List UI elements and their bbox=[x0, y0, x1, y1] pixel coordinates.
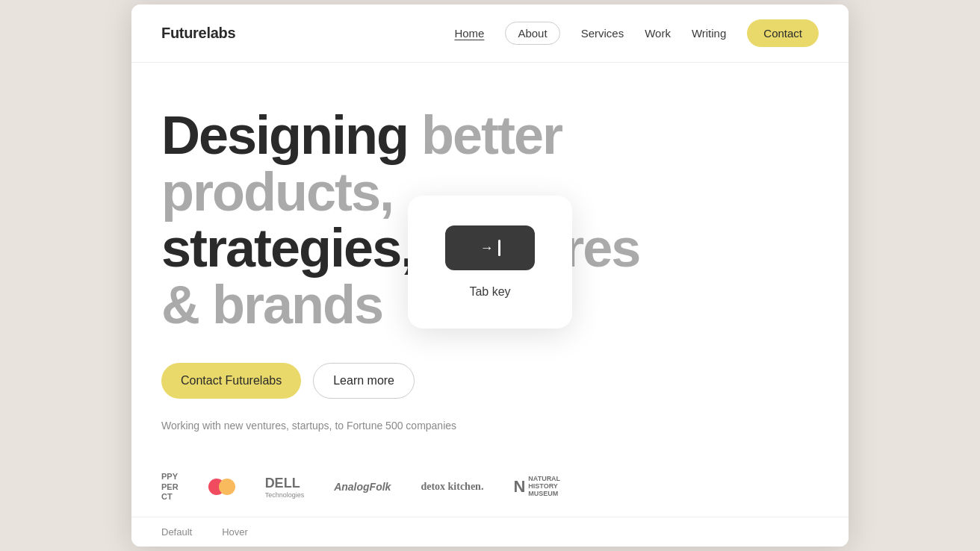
logo-nhm: N NATURALHISTORYMUSEUM bbox=[513, 476, 560, 498]
nav-work[interactable]: Work bbox=[645, 27, 671, 40]
headline-highlight1: better bbox=[421, 105, 562, 165]
headline-text1: Designing bbox=[161, 105, 421, 165]
hero-section: Designing better products, strategies, v… bbox=[131, 63, 849, 461]
nav-links: Home About Services Work Writing Contact bbox=[454, 19, 819, 47]
contact-futurelabs-button[interactable]: Contact Futurelabs bbox=[161, 363, 301, 399]
tab-key-popup: → Tab key bbox=[408, 196, 572, 329]
navbar: Futurelabs Home About Services Work Writ… bbox=[131, 4, 849, 63]
nav-home[interactable]: Home bbox=[454, 27, 484, 40]
headline-text2: products, bbox=[161, 162, 393, 222]
tab-default[interactable]: Default bbox=[161, 517, 192, 547]
tab-arrow-icon: → bbox=[480, 240, 494, 256]
tab-key-label: Tab key bbox=[469, 285, 510, 299]
headline-text3: strategies, bbox=[161, 218, 414, 278]
logo-detox-kitchen: detox kitchen. bbox=[421, 481, 483, 493]
site-logo[interactable]: Futurelabs bbox=[161, 25, 235, 42]
nav-about[interactable]: About bbox=[505, 22, 559, 45]
learn-more-button[interactable]: Learn more bbox=[313, 363, 415, 399]
bottom-tabs: Default Hover bbox=[131, 517, 849, 547]
tab-key-visual: → bbox=[445, 225, 535, 270]
hero-buttons: Contact Futurelabs Learn more bbox=[161, 363, 819, 399]
logo-dell: DELLTechnologies bbox=[265, 476, 305, 499]
logo-happy: PPY PER CT bbox=[161, 472, 179, 502]
tab-bar-icon bbox=[498, 240, 500, 256]
hero-subtext: Working with new ventures, startups, to … bbox=[161, 420, 819, 432]
browser-window: Futurelabs Home About Services Work Writ… bbox=[131, 4, 849, 547]
nav-services[interactable]: Services bbox=[581, 27, 624, 40]
tab-hover[interactable]: Hover bbox=[222, 517, 248, 547]
logo-mastercard bbox=[208, 479, 235, 495]
mc-orange-circle bbox=[219, 479, 235, 495]
contact-button[interactable]: Contact bbox=[747, 19, 819, 47]
logos-bar: PPY PER CT DELLTechnologies AnalogFolk d… bbox=[131, 461, 849, 517]
nav-writing[interactable]: Writing bbox=[692, 27, 726, 40]
logo-analogfolk: AnalogFolk bbox=[334, 481, 391, 493]
